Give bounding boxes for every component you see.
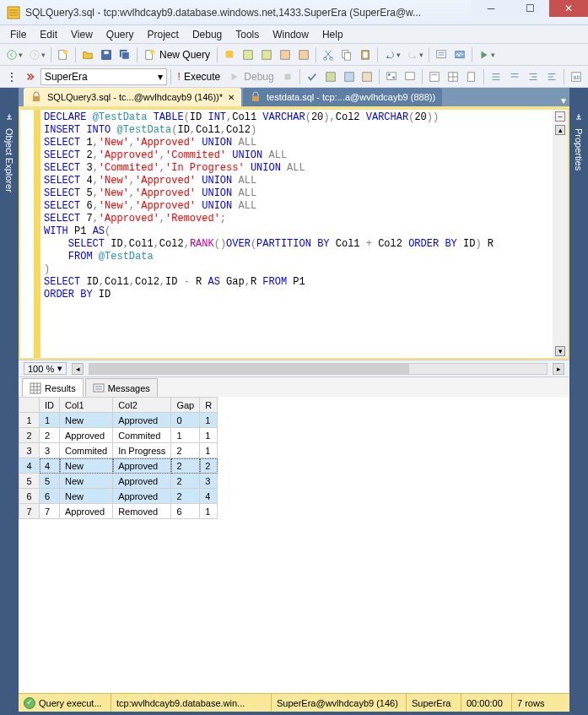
menu-edit[interactable]: Edit	[33, 27, 64, 42]
db-engine-query-button[interactable]	[221, 46, 238, 63]
svg-rect-22	[363, 51, 367, 57]
query-options-button[interactable]	[341, 68, 358, 85]
change-connection-button[interactable]	[22, 68, 39, 85]
intellisense-button[interactable]	[359, 68, 375, 85]
column-header[interactable]: Col1	[60, 398, 113, 413]
svg-rect-23	[437, 50, 446, 57]
maximize-button[interactable]: ☐	[510, 0, 549, 17]
include-plan-button[interactable]	[383, 68, 400, 85]
include-stats-button[interactable]	[402, 68, 418, 85]
cancel-query-button[interactable]	[279, 68, 296, 85]
horizontal-scrollbar[interactable]	[89, 363, 548, 375]
dmx-query-button[interactable]	[277, 46, 294, 63]
table-row[interactable]: 33CommitedIn Progress21	[19, 443, 218, 458]
status-server: tcp:wvlhdcayb9.database.win...	[111, 694, 272, 712]
open-button[interactable]	[79, 46, 96, 63]
menu-view[interactable]: View	[64, 27, 100, 42]
svg-rect-29	[344, 72, 353, 81]
scroll-right-icon[interactable]: ▸	[553, 363, 564, 375]
svg-rect-14	[262, 50, 272, 59]
nav-forward-button[interactable]	[26, 46, 43, 63]
column-header[interactable]: Col2	[113, 398, 171, 413]
column-header[interactable]	[19, 398, 40, 413]
titlebar: SQLQuery3.sql - tcp:wvlhdcayb9.database.…	[0, 0, 588, 25]
dropdown-icon[interactable]: ▾	[41, 51, 47, 59]
scroll-left-icon[interactable]: ◂	[72, 363, 84, 375]
table-row[interactable]: 66NewApproved24	[19, 489, 218, 504]
uncomment-button[interactable]	[506, 68, 523, 85]
column-header[interactable]: Gap	[171, 398, 200, 413]
results-grid-button[interactable]	[445, 68, 461, 85]
estimated-plan-button[interactable]	[322, 68, 339, 85]
start-button[interactable]	[476, 46, 493, 63]
svg-point-4	[63, 49, 67, 53]
svg-rect-34	[406, 72, 415, 79]
results-file-button[interactable]	[463, 68, 480, 85]
menu-tools[interactable]: Tools	[229, 27, 266, 42]
menu-file[interactable]: File	[3, 27, 33, 42]
properties-panel[interactable]: Properties	[569, 88, 588, 712]
pin-icon	[574, 113, 584, 123]
close-icon[interactable]: ✕	[228, 93, 235, 102]
table-row[interactable]: 44NewApproved22	[19, 458, 218, 474]
debug-button[interactable]: Debug	[225, 68, 277, 85]
close-button[interactable]: ✕	[549, 0, 588, 17]
dropdown-icon[interactable]: ▾	[491, 51, 497, 59]
menu-help[interactable]: Help	[316, 27, 350, 42]
column-header[interactable]: ID	[40, 398, 60, 413]
new-project-button[interactable]	[55, 46, 72, 63]
table-row[interactable]: 22ApprovedCommited11	[19, 428, 218, 443]
svg-rect-40	[468, 72, 475, 81]
results-text-button[interactable]	[426, 68, 443, 85]
find-button[interactable]	[433, 46, 450, 63]
dropdown-icon[interactable]: ▾	[419, 51, 425, 59]
parse-button[interactable]	[304, 68, 321, 85]
redo-button[interactable]	[404, 46, 421, 63]
tab-sqlquery3[interactable]: SQLQuery3.sql - tc...@wvlhdcayb9 (146))*…	[24, 88, 241, 106]
tab-messages[interactable]: Messages	[85, 378, 158, 397]
specify-template-button[interactable]: ab	[568, 68, 585, 85]
tab-testdata[interactable]: testdata.sql - tcp:...a@wvlhdcayb9 (888)…	[243, 88, 442, 106]
copy-button[interactable]	[338, 46, 355, 63]
comment-button[interactable]	[488, 68, 504, 85]
menu-debug[interactable]: Debug	[186, 27, 229, 42]
cut-button[interactable]	[320, 46, 337, 63]
menu-window[interactable]: Window	[266, 27, 316, 42]
editor-text-area[interactable]: DECLARE @TestData TABLE(ID INT,Col1 VARC…	[40, 110, 553, 358]
sql-editor[interactable]: DECLARE @TestData TABLE(ID INT,Col1 VARC…	[19, 106, 569, 360]
database-combo[interactable]: SuperEra▾	[40, 68, 167, 85]
results-grid[interactable]: IDCol1Col2GapR11NewApproved0122ApprovedC…	[19, 397, 569, 693]
paste-button[interactable]	[357, 46, 374, 63]
dropdown-icon[interactable]: ▾	[19, 51, 24, 59]
as-query-button[interactable]	[240, 46, 256, 63]
xmla-query-button[interactable]	[295, 46, 312, 63]
indent-button[interactable]	[525, 68, 542, 85]
new-query-button[interactable]: New Query	[141, 46, 213, 63]
column-header[interactable]: R	[200, 398, 218, 413]
minimize-button[interactable]: ─	[472, 0, 510, 17]
activity-monitor-button[interactable]	[451, 46, 468, 63]
object-explorer-panel[interactable]: Object Explorer	[0, 88, 19, 712]
save-all-button[interactable]	[116, 46, 133, 63]
lock-icon	[250, 91, 262, 103]
undo-button[interactable]	[381, 46, 398, 63]
table-row[interactable]: 77ApprovedRemoved61	[19, 504, 218, 519]
outdent-button[interactable]	[543, 68, 560, 85]
menu-project[interactable]: Project	[141, 27, 186, 42]
execute-button[interactable]: !Execute	[175, 68, 224, 85]
table-row[interactable]: 55NewApproved23	[19, 474, 218, 489]
mdx-query-button[interactable]	[258, 46, 275, 63]
tab-results[interactable]: Results	[22, 378, 84, 397]
save-button[interactable]	[98, 46, 115, 63]
table-row[interactable]: 11NewApproved01	[19, 413, 218, 428]
nav-back-button[interactable]	[3, 46, 20, 63]
dropdown-icon[interactable]: ▾	[396, 51, 402, 59]
status-exec: Query execut...	[39, 698, 102, 708]
tab-overflow-button[interactable]: ▾	[561, 95, 566, 106]
split-icon[interactable]: –	[555, 111, 565, 122]
scroll-up-icon[interactable]: ▴	[555, 125, 565, 135]
menu-query[interactable]: Query	[100, 27, 141, 42]
vertical-scrollbar[interactable]: – ▴ ▾	[553, 110, 568, 358]
scroll-down-icon[interactable]: ▾	[555, 346, 565, 356]
zoom-combo[interactable]: 100 %▾	[24, 362, 67, 375]
